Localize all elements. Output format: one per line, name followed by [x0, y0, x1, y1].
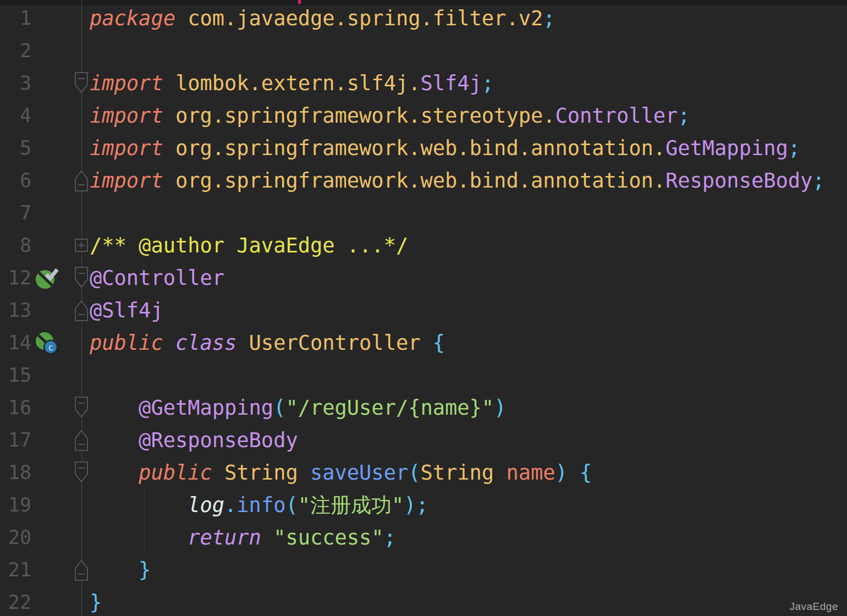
- code-token: [90, 493, 188, 517]
- code-text: }: [90, 554, 151, 586]
- line-number[interactable]: 17: [0, 424, 31, 457]
- line-number[interactable]: 18: [0, 457, 31, 489]
- code-token: .: [224, 493, 237, 517]
- fold-marker-start-icon[interactable]: [73, 459, 90, 488]
- code-line[interactable]: 20 return "success";: [0, 521, 847, 554]
- code-token: ;: [543, 7, 555, 30]
- code-token: ;: [678, 104, 690, 128]
- code-token: ;: [482, 72, 494, 95]
- fold-marker-end-icon[interactable]: [73, 427, 90, 455]
- code-line[interactable]: 17 @ResponseBody: [0, 424, 847, 457]
- code-token: String: [420, 461, 506, 485]
- code-token: import: [90, 169, 175, 193]
- code-line[interactable]: 21 }: [0, 554, 847, 586]
- code-token: ): [494, 396, 506, 420]
- code-token: org.springframework.stereotype.: [175, 104, 556, 128]
- code-text: import org.springframework.web.bind.anno…: [90, 164, 825, 197]
- code-token: Slf4j: [420, 72, 481, 95]
- svg-text:c: c: [48, 343, 53, 353]
- code-line[interactable]: 14cpublic class UserController {: [0, 327, 847, 359]
- line-number[interactable]: 20: [0, 521, 31, 554]
- code-text: log.info("注册成功");: [90, 489, 428, 521]
- line-number[interactable]: 19: [0, 489, 31, 521]
- code-token: "/regUser/{name}": [285, 396, 494, 420]
- line-number[interactable]: 3: [0, 67, 31, 100]
- code-text: /** @author JavaEdge ...*/: [90, 229, 408, 262]
- code-editor: 1package com.javaedge.spring.filter.v2;2…: [0, 0, 847, 616]
- code-token: public: [139, 461, 224, 485]
- code-token: name: [506, 461, 555, 485]
- spring-bean-check-icon[interactable]: [34, 266, 59, 293]
- code-token: import: [90, 72, 175, 95]
- code-token: return: [188, 526, 273, 549]
- code-token: import: [90, 136, 175, 160]
- code-token: package: [90, 7, 188, 30]
- code-line[interactable]: 3import lombok.extern.slf4j.Slf4j;: [0, 67, 847, 100]
- code-line[interactable]: 8/** @author JavaEdge ...*/: [0, 229, 847, 262]
- code-text: @ResponseBody: [90, 424, 298, 457]
- code-token: /** @author JavaEdge ...*/: [90, 234, 408, 257]
- line-number[interactable]: 16: [0, 392, 31, 424]
- code-line[interactable]: 13@Slf4j: [0, 294, 847, 327]
- code-token: @Slf4j: [90, 299, 163, 322]
- code-text: package com.javaedge.spring.filter.v2;: [90, 2, 556, 35]
- code-token: ) {: [556, 461, 592, 485]
- code-line[interactable]: 1package com.javaedge.spring.filter.v2;: [0, 2, 847, 35]
- line-number[interactable]: 1: [0, 2, 31, 35]
- code-text: @Slf4j: [90, 294, 163, 327]
- fold-marker-end-icon[interactable]: [73, 297, 90, 326]
- code-token: saveUser: [310, 461, 408, 485]
- code-token: ;: [384, 526, 396, 549]
- code-token: ;: [788, 136, 800, 160]
- code-line[interactable]: 6import org.springframework.web.bind.ann…: [0, 164, 847, 197]
- code-text: @GetMapping("/regUser/{name}"): [90, 392, 506, 424]
- code-token: @Controller: [90, 266, 224, 290]
- code-token: public: [90, 331, 175, 355]
- code-token: {: [433, 331, 445, 355]
- code-line[interactable]: 16 @GetMapping("/regUser/{name}"): [0, 392, 847, 424]
- code-text: @Controller: [90, 262, 224, 294]
- code-line[interactable]: 22}: [0, 586, 847, 616]
- code-line[interactable]: 4import org.springframework.stereotype.C…: [0, 100, 847, 132]
- code-token: [90, 396, 139, 420]
- line-number[interactable]: 8: [0, 229, 31, 262]
- line-number[interactable]: 13: [0, 294, 31, 327]
- line-number[interactable]: 12: [0, 262, 31, 294]
- code-line[interactable]: 7: [0, 197, 847, 229]
- code-token: GetMapping: [666, 136, 788, 160]
- code-token: ;: [812, 169, 824, 193]
- code-line[interactable]: 19 log.info("注册成功");: [0, 489, 847, 521]
- code-token: (: [273, 396, 285, 420]
- code-token: info: [237, 493, 285, 517]
- code-token: [90, 526, 188, 549]
- code-line[interactable]: 15: [0, 359, 847, 392]
- code-line[interactable]: 12@Controller: [0, 262, 847, 294]
- fold-marker-end-icon[interactable]: [73, 167, 90, 196]
- code-token: import: [90, 104, 175, 128]
- line-number[interactable]: 4: [0, 100, 31, 132]
- code-token: [90, 461, 139, 485]
- line-number[interactable]: 6: [0, 164, 31, 197]
- line-number[interactable]: 7: [0, 197, 31, 229]
- fold-marker-start-icon[interactable]: [73, 394, 90, 423]
- fold-marker-end-icon[interactable]: [73, 557, 90, 585]
- fold-marker-start-icon[interactable]: [73, 265, 90, 293]
- code-token: log: [188, 493, 224, 517]
- code-token: }: [90, 558, 151, 582]
- code-token: org.springframework.web.bind.annotation.: [175, 169, 666, 193]
- line-number[interactable]: 22: [0, 586, 31, 616]
- fold-marker-start-icon[interactable]: [73, 70, 90, 98]
- line-number[interactable]: 21: [0, 554, 31, 586]
- code-token: com.javaedge.spring.filter.v2: [188, 7, 543, 30]
- code-text: return "success";: [90, 521, 396, 554]
- code-line[interactable]: 18 public String saveUser(String name) {: [0, 457, 847, 489]
- fold-marker-plus-icon[interactable]: [73, 232, 90, 261]
- code-token: "注册成功": [298, 493, 404, 517]
- code-line[interactable]: 2: [0, 35, 847, 67]
- line-number[interactable]: 5: [0, 132, 31, 164]
- spring-class-icon[interactable]: c: [34, 331, 59, 358]
- line-number[interactable]: 14: [0, 327, 31, 359]
- code-line[interactable]: 5import org.springframework.web.bind.ann…: [0, 132, 847, 164]
- line-number[interactable]: 2: [0, 35, 31, 67]
- line-number[interactable]: 15: [0, 359, 31, 392]
